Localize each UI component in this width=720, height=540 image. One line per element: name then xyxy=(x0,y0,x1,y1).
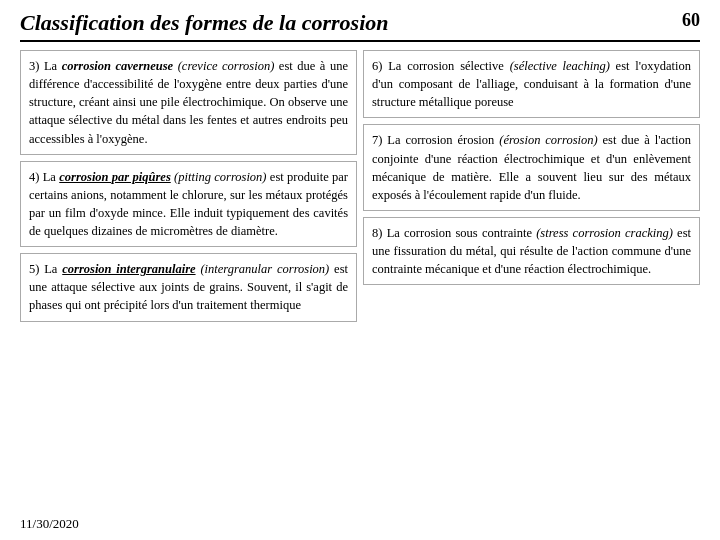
date-label: 11/30/2020 xyxy=(20,516,79,531)
right-column: 6) La corrosion sélective (sélective lea… xyxy=(363,50,700,500)
card-6-term-en: (sélective leaching) xyxy=(510,59,610,73)
card-4: 4) La corrosion par piqûres (pitting cor… xyxy=(20,161,357,248)
card-6: 6) La corrosion sélective (sélective lea… xyxy=(363,50,700,118)
card-4-text: 4) La corrosion par piqûres (pitting cor… xyxy=(29,168,348,241)
card-7-term-en: (érosion corrosion) xyxy=(499,133,597,147)
card-4-term-en: (pitting corrosion) xyxy=(174,170,266,184)
page-number: 60 xyxy=(682,10,700,31)
header: Classification des formes de la corrosio… xyxy=(20,10,700,42)
card-3-term: corrosion caverneuse xyxy=(62,59,173,73)
page: Classification des formes de la corrosio… xyxy=(0,0,720,540)
card-3: 3) La corrosion caverneuse (crevice corr… xyxy=(20,50,357,155)
card-8-text: 8) La corrosion sous contrainte (stress … xyxy=(372,224,691,278)
page-title: Classification des formes de la corrosio… xyxy=(20,10,389,36)
card-8-term-en: (stress corrosion cracking) xyxy=(536,226,673,240)
card-4-term: corrosion par piqûres xyxy=(59,170,171,184)
footer-date: 11/30/2020 xyxy=(20,516,79,532)
card-5: 5) La corrosion intergranulaire (intergr… xyxy=(20,253,357,321)
card-7: 7) La corrosion érosion (érosion corrosi… xyxy=(363,124,700,211)
card-7-text: 7) La corrosion érosion (érosion corrosi… xyxy=(372,131,691,204)
card-3-text: 3) La corrosion caverneuse (crevice corr… xyxy=(29,57,348,148)
card-5-term: corrosion intergranulaire xyxy=(62,262,195,276)
card-6-text: 6) La corrosion sélective (sélective lea… xyxy=(372,57,691,111)
card-3-term-en: (crevice corrosion) xyxy=(178,59,275,73)
left-column: 3) La corrosion caverneuse (crevice corr… xyxy=(20,50,357,500)
card-5-text: 5) La corrosion intergranulaire (intergr… xyxy=(29,260,348,314)
card-8: 8) La corrosion sous contrainte (stress … xyxy=(363,217,700,285)
content-grid: 3) La corrosion caverneuse (crevice corr… xyxy=(20,50,700,500)
card-5-term-en: (intergranular corrosion) xyxy=(200,262,329,276)
